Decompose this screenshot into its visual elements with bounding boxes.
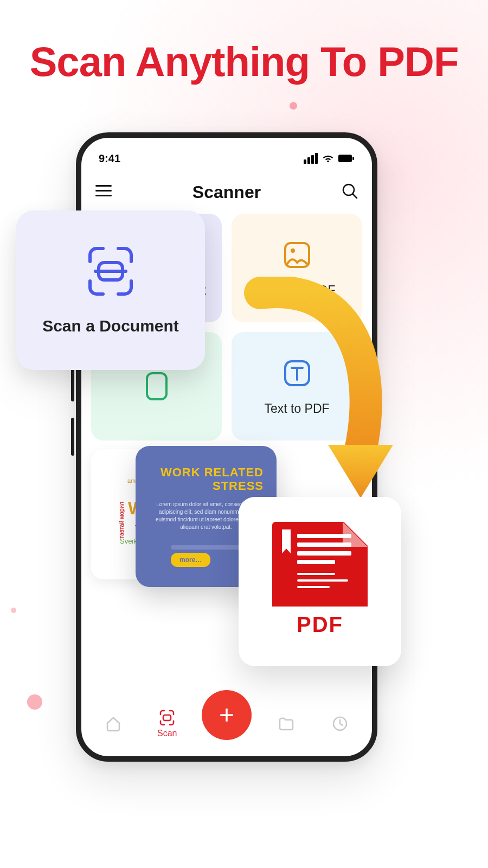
svg-rect-2: [95, 185, 112, 187]
svg-rect-24: [163, 715, 171, 720]
phone-side-button: [71, 418, 74, 456]
plus-icon: +: [219, 702, 234, 728]
highlight-scan-card[interactable]: Scan a Document: [16, 210, 205, 370]
wifi-icon: [322, 154, 334, 163]
status-bar: 9:41: [81, 148, 372, 169]
nav-scan-label: Scan: [157, 729, 177, 738]
svg-rect-11: [147, 373, 166, 399]
decor-dot: [11, 608, 16, 613]
bottom-nav: Scan +: [81, 691, 372, 756]
signal-icon: [304, 153, 318, 164]
clock-icon: [331, 715, 349, 732]
svg-rect-1: [352, 157, 354, 160]
image-icon: [281, 239, 313, 271]
app-title: Scanner: [192, 182, 261, 202]
svg-rect-0: [338, 155, 352, 162]
decor-dot: [27, 694, 42, 710]
float-card-pdf: PDF: [239, 497, 401, 666]
app-header: Scanner: [81, 176, 372, 208]
text-icon: [281, 357, 313, 390]
nav-files[interactable]: [267, 715, 305, 732]
nav-history[interactable]: [321, 715, 359, 732]
card-image-to-pdf[interactable]: Image to PDF: [232, 214, 362, 322]
folder-icon: [278, 715, 295, 732]
status-time: 9:41: [99, 152, 120, 165]
svg-point-5: [343, 184, 354, 195]
highlight-scan-label: Scan a Document: [42, 317, 179, 335]
document-icon: [140, 370, 173, 403]
card-text-label: Text to PDF: [264, 401, 329, 416]
battery-icon: [338, 154, 355, 163]
fab-add[interactable]: +: [202, 690, 252, 740]
pdf-label: PDF: [272, 612, 368, 637]
nav-home[interactable]: [94, 715, 132, 732]
svg-rect-4: [95, 195, 112, 196]
status-icons: [304, 153, 355, 164]
svg-line-6: [353, 194, 357, 198]
scan-nav-icon: [158, 709, 176, 726]
search-button[interactable]: [342, 183, 358, 201]
menu-button[interactable]: [95, 185, 112, 199]
svg-point-10: [291, 248, 295, 253]
decor-dot: [290, 102, 297, 110]
card-text-to-pdf[interactable]: Text to PDF: [232, 332, 362, 441]
pdf-file-icon: PDF: [272, 522, 368, 641]
svg-text:тавтай морил: тавтай морил: [118, 502, 125, 539]
scan-icon: [85, 245, 137, 297]
nav-scan[interactable]: Scan: [148, 709, 186, 738]
promo-headline: Scan Anything To PDF: [0, 38, 488, 85]
stress-more: more…: [171, 553, 210, 567]
stress-title: WORK RELATED STRESS: [149, 465, 264, 493]
home-icon: [105, 715, 122, 732]
svg-rect-3: [95, 190, 112, 192]
card-image-label: Image to PDF: [259, 283, 336, 298]
